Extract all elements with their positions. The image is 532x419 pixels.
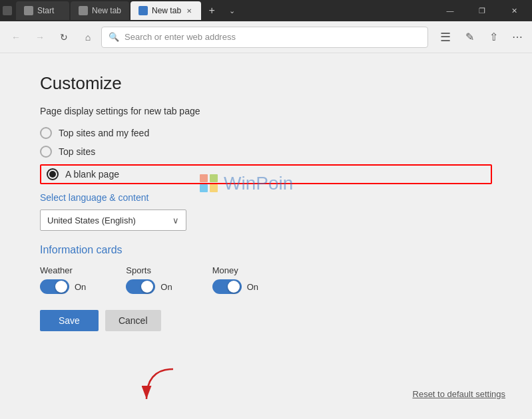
tab-newtab-1-label: New tab xyxy=(92,6,121,15)
toggle-weather-label: Weather xyxy=(40,265,86,275)
language-chevron: ∨ xyxy=(172,215,179,225)
page-title: Customize xyxy=(40,73,492,94)
page-subtitle: Page display settings for new tab page xyxy=(40,106,492,116)
tab-dropdown-button[interactable]: ⌄ xyxy=(222,1,241,20)
navbar: ← → ↻ ⌂ 🔍 Search or enter web address ☰ … xyxy=(0,21,532,53)
toggle-sports-on-text: On xyxy=(160,282,172,292)
address-placeholder: Search or enter web address xyxy=(125,32,236,42)
radio-circle-3 xyxy=(47,168,59,180)
tab-newtab-2[interactable]: New tab ✕ xyxy=(131,1,201,20)
titlebar-left: Start New tab New tab ✕ + ⌄ xyxy=(3,1,241,20)
logo-blue xyxy=(200,184,208,192)
toggle-weather-on-text: On xyxy=(75,282,86,292)
forward-button[interactable]: → xyxy=(29,27,51,48)
toggle-sports-thumb xyxy=(141,281,153,293)
tab-newtab-2-icon xyxy=(138,6,148,15)
restore-button[interactable]: ❐ xyxy=(467,1,497,20)
toggle-money-label: Money xyxy=(212,265,258,275)
titlebar: Start New tab New tab ✕ + ⌄ — ❐ ✕ xyxy=(0,0,532,21)
radio-label-2: Top sites xyxy=(59,146,95,157)
toggle-sports-switch[interactable] xyxy=(126,279,155,294)
titlebar-window-controls: — ❐ ✕ xyxy=(435,1,529,20)
toggle-money-thumb xyxy=(228,281,240,293)
toggle-weather: Weather On xyxy=(40,265,86,294)
radio-top-sites-feed[interactable]: Top sites and my feed xyxy=(40,127,492,139)
winpoin-logo xyxy=(200,174,218,193)
tab-start[interactable]: Start xyxy=(16,1,69,20)
settings-button[interactable]: ⋯ xyxy=(508,28,527,47)
arrow-svg xyxy=(133,366,186,406)
logo-red xyxy=(200,174,208,182)
tab-close-icon[interactable]: ✕ xyxy=(185,7,193,15)
language-select[interactable]: United States (English) ∨ xyxy=(40,210,186,231)
toggle-weather-row: On xyxy=(40,279,86,294)
tab-newtab-1[interactable]: New tab xyxy=(71,1,129,20)
toggle-money-row: On xyxy=(212,279,258,294)
address-bar[interactable]: 🔍 Search or enter web address xyxy=(101,27,428,48)
language-value: United States (English) xyxy=(47,215,136,225)
tab-newtab-2-label: New tab xyxy=(152,6,181,15)
logo-yellow xyxy=(210,184,218,192)
toggle-money-on-text: On xyxy=(247,282,258,292)
tab-start-icon xyxy=(24,6,33,15)
radio-dot-3 xyxy=(49,171,56,178)
toggle-weather-thumb xyxy=(55,281,67,293)
new-tab-button[interactable]: + xyxy=(202,1,221,20)
radio-top-sites[interactable]: Top sites xyxy=(40,146,492,158)
winpoin-text: WinPoin xyxy=(224,173,293,194)
search-icon: 🔍 xyxy=(109,32,119,42)
tab-newtab-1-icon xyxy=(79,6,88,15)
buttons-row: Save Cancel xyxy=(40,310,492,331)
refresh-button[interactable]: ↻ xyxy=(53,27,75,48)
watermark: WinPoin xyxy=(200,173,293,194)
system-icons xyxy=(3,6,12,15)
back-button[interactable]: ← xyxy=(5,27,27,48)
logo-green xyxy=(210,174,218,182)
cancel-button[interactable]: Cancel xyxy=(105,310,161,331)
minimize-button[interactable]: — xyxy=(435,1,465,20)
radio-label-1: Top sites and my feed xyxy=(59,128,149,138)
home-button[interactable]: ⌂ xyxy=(77,27,99,48)
radio-circle-2 xyxy=(40,146,52,158)
toggle-sports-row: On xyxy=(126,279,172,294)
system-icon xyxy=(3,6,12,15)
navbar-right: ☰ ✎ ⇧ ⋯ xyxy=(436,28,527,47)
toggle-money: Money On xyxy=(212,265,258,294)
toggles-row: Weather On Sports On Money xyxy=(40,265,492,294)
radio-circle-1 xyxy=(40,127,52,139)
toggle-sports: Sports On xyxy=(126,265,172,294)
radio-label-3: A blank page xyxy=(65,169,119,180)
toggle-sports-label: Sports xyxy=(126,265,172,275)
main-content: Customize Page display settings for new … xyxy=(0,53,532,419)
favorites-button[interactable]: ☰ xyxy=(436,28,455,47)
reset-link[interactable]: Reset to default settings xyxy=(413,389,505,399)
arrow-indicator xyxy=(133,366,186,408)
toggle-weather-switch[interactable] xyxy=(40,279,69,294)
save-button[interactable]: Save xyxy=(40,310,99,331)
reading-view-button[interactable]: ✎ xyxy=(460,28,479,47)
close-button[interactable]: ✕ xyxy=(499,1,529,20)
toggle-money-switch[interactable] xyxy=(212,279,242,294)
info-cards-title: Information cards xyxy=(40,244,492,256)
share-button[interactable]: ⇧ xyxy=(484,28,503,47)
tab-start-label: Start xyxy=(37,6,54,15)
